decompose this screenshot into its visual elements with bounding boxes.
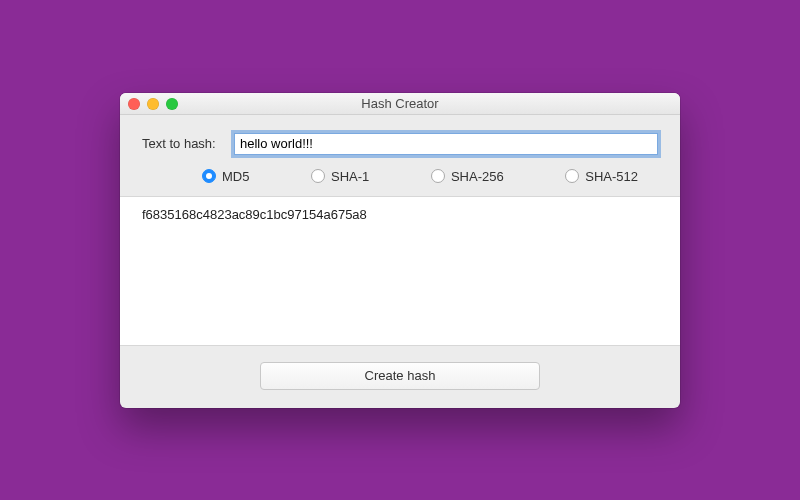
algorithm-radio-group: MD5 SHA-1 SHA-256 SHA-512 bbox=[142, 169, 658, 184]
radio-md5[interactable]: MD5 bbox=[202, 169, 249, 184]
radio-icon bbox=[431, 169, 445, 183]
radio-icon bbox=[565, 169, 579, 183]
titlebar: Hash Creator bbox=[120, 93, 680, 115]
create-hash-button[interactable]: Create hash bbox=[260, 362, 540, 390]
hash-result: f6835168c4823ac89c1bc97154a675a8 bbox=[120, 196, 680, 346]
radio-icon bbox=[311, 169, 325, 183]
hash-output-text: f6835168c4823ac89c1bc97154a675a8 bbox=[142, 207, 367, 222]
window-title: Hash Creator bbox=[120, 96, 680, 111]
input-row: Text to hash: bbox=[142, 133, 658, 155]
traffic-lights bbox=[128, 98, 178, 110]
button-row: Create hash bbox=[142, 346, 658, 390]
window-content: Text to hash: MD5 SHA-1 SHA-256 SHA-512 … bbox=[120, 115, 680, 408]
radio-sha1[interactable]: SHA-1 bbox=[311, 169, 369, 184]
hash-input[interactable] bbox=[234, 133, 658, 155]
radio-label: SHA-512 bbox=[585, 169, 638, 184]
radio-sha512[interactable]: SHA-512 bbox=[565, 169, 638, 184]
radio-label: MD5 bbox=[222, 169, 249, 184]
radio-sha256[interactable]: SHA-256 bbox=[431, 169, 504, 184]
zoom-icon[interactable] bbox=[166, 98, 178, 110]
close-icon[interactable] bbox=[128, 98, 140, 110]
radio-label: SHA-1 bbox=[331, 169, 369, 184]
radio-icon bbox=[202, 169, 216, 183]
input-label: Text to hash: bbox=[142, 136, 220, 151]
minimize-icon[interactable] bbox=[147, 98, 159, 110]
app-window: Hash Creator Text to hash: MD5 SHA-1 SHA… bbox=[120, 93, 680, 408]
radio-label: SHA-256 bbox=[451, 169, 504, 184]
